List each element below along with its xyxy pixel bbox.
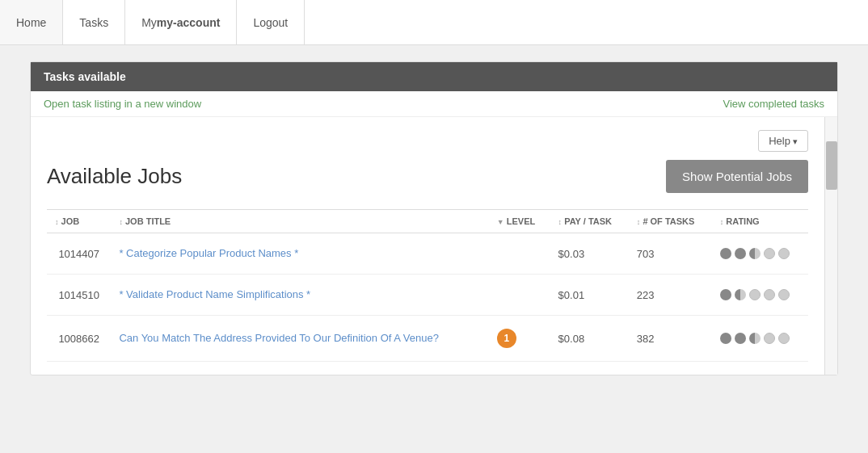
job-title-cell: Can You Match The Address Provided To Ou…: [111, 316, 488, 362]
nav-my-account-account: my-account: [157, 16, 221, 29]
job-title-link[interactable]: * Categorize Popular Product Names *: [119, 246, 480, 261]
rating-circle-1: [735, 289, 746, 300]
main-container: Tasks available Open task listing in a n…: [30, 61, 838, 375]
links-row: Open task listing in a new window View c…: [31, 91, 837, 117]
nav-my-account-my: My: [141, 16, 157, 29]
job-id: 1008662: [47, 316, 111, 362]
view-completed-link[interactable]: View completed tasks: [723, 98, 825, 110]
job-pay-cell: $0.01: [550, 275, 629, 316]
content-area: Help Available Jobs Show Potential Jobs …: [31, 117, 837, 375]
col-num-tasks: ↕ # OF TASKS: [629, 210, 712, 233]
job-tasks-cell: 703: [629, 233, 712, 275]
job-rating-cell: [712, 275, 808, 316]
job-rating-cell: [712, 316, 808, 362]
rating-circle-2: [749, 333, 761, 344]
rating-circle-0: [720, 248, 731, 259]
nav-tasks[interactable]: Tasks: [63, 0, 125, 44]
inner-content: Help Available Jobs Show Potential Jobs …: [31, 117, 824, 375]
help-row: Help: [47, 130, 808, 152]
level-badge: 1: [497, 329, 516, 348]
job-level-cell: 1: [489, 316, 550, 362]
rating-circles: [720, 289, 800, 300]
rating-circle-4: [778, 289, 790, 300]
job-id: 1014407: [47, 233, 111, 275]
rating-circle-3: [764, 289, 775, 300]
show-potential-jobs-button[interactable]: Show Potential Jobs: [666, 160, 808, 193]
job-rating-cell: [712, 233, 808, 275]
job-level-cell: [489, 275, 550, 316]
sort-icon-job: ↕: [55, 218, 59, 226]
rating-circles: [720, 333, 800, 344]
sort-icon-pay: ↕: [558, 218, 563, 226]
table-row: 1014407 * Categorize Popular Product Nam…: [47, 233, 808, 275]
rating-circle-0: [720, 333, 731, 344]
col-job: ↕ JOB: [47, 210, 111, 233]
rating-circle-2: [749, 248, 761, 259]
nav-bar: Home Tasks My my-account Logout: [0, 0, 868, 45]
job-title-link[interactable]: Can You Match The Address Provided To Ou…: [119, 331, 480, 346]
job-tasks-cell: 382: [629, 316, 712, 362]
scrollbar-thumb[interactable]: [826, 141, 837, 190]
rating-circle-1: [735, 248, 746, 259]
col-job-title: ↕ JOB TITLE: [111, 210, 488, 233]
sort-icon-job-title: ↕: [119, 218, 123, 226]
job-title-cell: * Categorize Popular Product Names *: [111, 233, 488, 275]
help-button[interactable]: Help: [758, 130, 808, 152]
rating-circle-2: [749, 289, 761, 300]
tasks-header: Tasks available: [31, 62, 837, 91]
job-tasks-cell: 223: [629, 275, 712, 316]
rating-circle-3: [764, 333, 775, 344]
job-id: 1014510: [47, 275, 111, 316]
col-rating: ↕ RATING: [712, 210, 808, 233]
job-level-cell: [489, 233, 550, 275]
sort-icon-rating: ↕: [720, 218, 724, 226]
jobs-heading-row: Available Jobs Show Potential Jobs: [47, 160, 808, 193]
sort-icon-level: ▼: [497, 218, 504, 226]
jobs-table: ↕ JOB ↕ JOB TITLE ▼ LEVEL ↕: [47, 209, 808, 362]
job-pay-cell: $0.08: [550, 316, 629, 362]
table-row: 1008662 Can You Match The Address Provid…: [47, 316, 808, 362]
nav-my-account[interactable]: My my-account: [125, 0, 237, 44]
rating-circle-4: [778, 333, 790, 344]
tasks-header-label: Tasks available: [44, 70, 126, 83]
rating-circle-1: [735, 333, 746, 344]
job-title-cell: * Validate Product Name Simplifications …: [111, 275, 488, 316]
available-jobs-title: Available Jobs: [47, 164, 182, 189]
table-row: 1014510 * Validate Product Name Simplifi…: [47, 275, 808, 316]
job-pay-cell: $0.03: [550, 233, 629, 275]
rating-circles: [720, 248, 800, 259]
nav-home[interactable]: Home: [0, 0, 63, 44]
table-header-row: ↕ JOB ↕ JOB TITLE ▼ LEVEL ↕: [47, 210, 808, 233]
col-level: ▼ LEVEL: [489, 210, 550, 233]
rating-circle-0: [720, 289, 731, 300]
col-pay-task: ↕ PAY / TASK: [550, 210, 629, 233]
job-title-link[interactable]: * Validate Product Name Simplifications …: [119, 287, 480, 302]
open-listing-link[interactable]: Open task listing in a new window: [44, 98, 201, 110]
rating-circle-3: [764, 248, 775, 259]
sort-icon-tasks: ↕: [637, 218, 641, 226]
scrollbar[interactable]: [824, 117, 837, 375]
nav-logout[interactable]: Logout: [237, 0, 305, 44]
rating-circle-4: [778, 248, 790, 259]
